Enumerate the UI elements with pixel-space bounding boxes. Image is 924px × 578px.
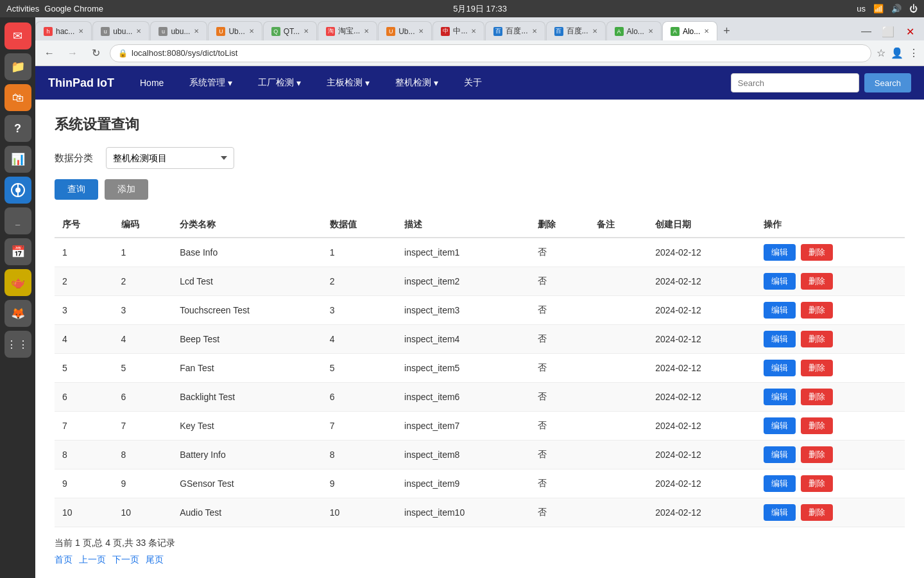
delete-button-3[interactable]: 删除 [801,331,833,347]
profile-icon[interactable]: 👤 [891,47,903,59]
tab-2[interactable]: u ubu... ✕ [92,21,150,40]
add-button[interactable]: 添加 [105,179,148,200]
maximize-button[interactable]: ⬜ [879,22,897,40]
nav-menu-fulltest[interactable]: 整机检测 ▾ [389,73,445,92]
tab-close-4[interactable]: ✕ [249,28,254,35]
tab-12-active[interactable]: A Alo... ✕ [662,21,717,40]
delete-button-8[interactable]: 删除 [801,475,833,492]
cell-action-7: 编辑 删除 [756,441,905,469]
delete-button-2[interactable]: 删除 [801,302,833,319]
tab-close-3[interactable]: ✕ [194,28,199,35]
refresh-button[interactable]: ↻ [87,44,105,62]
edit-button-9[interactable]: 编辑 [764,504,796,521]
tab-close-1[interactable]: ✕ [78,28,83,35]
tab-7[interactable]: U Ub... ✕ [378,21,432,40]
delete-button-7[interactable]: 删除 [801,446,833,463]
delete-button-5[interactable]: 删除 [801,389,833,405]
tab-8[interactable]: 中 中... ✕ [432,21,484,40]
sidebar-icon-appstore[interactable]: 🛍 [4,84,31,111]
edit-button-8[interactable]: 编辑 [764,475,796,492]
sidebar-icon-email[interactable]: ✉ [4,22,31,49]
url-bar[interactable]: 🔒 localhost:8080/sys/dict/toList [110,44,871,62]
bookmark-icon[interactable]: ☆ [877,47,886,59]
nav-about-label: 关于 [464,77,482,89]
filter-area: 数据分类 整机检测项目 主板检测项目 工厂检测项目 [55,147,905,169]
delete-button-1[interactable]: 删除 [801,273,833,290]
cell-action-6: 编辑 删除 [756,412,905,441]
cell-action-5: 编辑 删除 [756,383,905,412]
cell-del-2: 否 [530,296,589,325]
tab-close-8[interactable]: ✕ [471,28,476,35]
edit-button-4[interactable]: 编辑 [764,360,796,376]
back-button[interactable]: ← [40,44,58,62]
sidebar-icon-files[interactable]: 📁 [4,53,31,80]
edit-button-5[interactable]: 编辑 [764,389,796,405]
more-icon[interactable]: ⋮ [909,47,919,59]
forward-button[interactable]: → [64,44,81,62]
tab-close-10[interactable]: ✕ [592,28,597,35]
cell-del-9: 否 [530,498,589,527]
next-page-link[interactable]: 下一页 [112,554,139,566]
sidebar-icon-terminal[interactable]: _ [4,207,31,234]
tab-10[interactable]: 百 百度... ✕ [546,21,606,40]
tab-close-7[interactable]: ✕ [418,28,424,35]
cell-note-4 [589,354,648,383]
tab-1[interactable]: h hac... ✕ [35,21,92,40]
tab-close-5[interactable]: ✕ [304,28,309,35]
btn-group: 查询 添加 [55,179,905,200]
cell-date-2: 2024-02-12 [647,296,755,325]
delete-button-0[interactable]: 删除 [801,244,833,261]
delete-button-6[interactable]: 删除 [801,417,833,434]
cell-date-8: 2024-02-12 [647,469,755,498]
cell-del-8: 否 [530,469,589,498]
nav-menu-factory[interactable]: 工厂检测 ▾ [252,73,307,92]
sidebar-icon-teapot[interactable]: 🫖 [4,269,31,296]
edit-button-2[interactable]: 编辑 [764,302,796,319]
svg-point-1 [15,188,21,193]
edit-button-7[interactable]: 编辑 [764,446,796,463]
tab-favicon-4: U [216,27,225,36]
sidebar-icon-calendar[interactable]: 📅 [4,238,31,265]
os-bar-left: Activities Google Chrome [6,4,103,13]
tab-close-11[interactable]: ✕ [648,28,653,35]
tab-9[interactable]: 百 百度... ✕ [485,21,545,40]
sidebar-icon-chrome[interactable] [4,177,31,204]
edit-button-0[interactable]: 编辑 [764,244,796,261]
last-page-link[interactable]: 尾页 [146,554,164,566]
tab-close-9[interactable]: ✕ [532,28,537,35]
col-action: 操作 [756,213,905,238]
delete-button-9[interactable]: 删除 [801,504,833,521]
tab-close-6[interactable]: ✕ [364,28,369,35]
nav-menu-mainboard[interactable]: 主板检测 ▾ [320,73,376,92]
nav-menu-home[interactable]: Home [133,74,170,92]
close-button[interactable]: ✕ [901,22,919,40]
edit-button-6[interactable]: 编辑 [764,417,796,434]
nav-search-button[interactable]: Search [864,73,911,92]
tab-11[interactable]: A Alo... ✕ [606,21,662,40]
first-page-link[interactable]: 首页 [55,554,73,566]
sidebar-icon-help[interactable]: ? [4,115,31,142]
tab-6[interactable]: 淘 淘宝... ✕ [318,21,377,40]
activities-label[interactable]: Activities [6,4,39,13]
sidebar-icon-monitor[interactable]: 📊 [4,146,31,173]
minimize-button[interactable]: — [857,22,875,40]
cell-code-9: 10 [114,498,173,527]
filter-select[interactable]: 整机检测项目 主板检测项目 工厂检测项目 [106,147,234,169]
sidebar-icon-mascot[interactable]: 🦊 [4,300,31,327]
nav-menu-sysmanage[interactable]: 系统管理 ▾ [183,73,239,92]
tab-3[interactable]: u ubu... ✕ [150,21,207,40]
nav-search-input[interactable] [731,73,859,92]
tab-close-12[interactable]: ✕ [704,28,709,35]
prev-page-link[interactable]: 上一页 [79,554,106,566]
cell-del-0: 否 [530,238,589,267]
tab-close-2[interactable]: ✕ [136,28,141,35]
sidebar-icon-apps[interactable]: ⋮⋮ [4,331,31,358]
edit-button-3[interactable]: 编辑 [764,331,796,347]
new-tab-button[interactable]: + [718,21,735,40]
tab-4[interactable]: U Ub... ✕ [208,21,262,40]
edit-button-1[interactable]: 编辑 [764,273,796,290]
delete-button-4[interactable]: 删除 [801,360,833,376]
query-button[interactable]: 查询 [55,179,98,200]
nav-menu-about[interactable]: 关于 [458,73,488,92]
tab-5[interactable]: Q QT... ✕ [263,21,317,40]
